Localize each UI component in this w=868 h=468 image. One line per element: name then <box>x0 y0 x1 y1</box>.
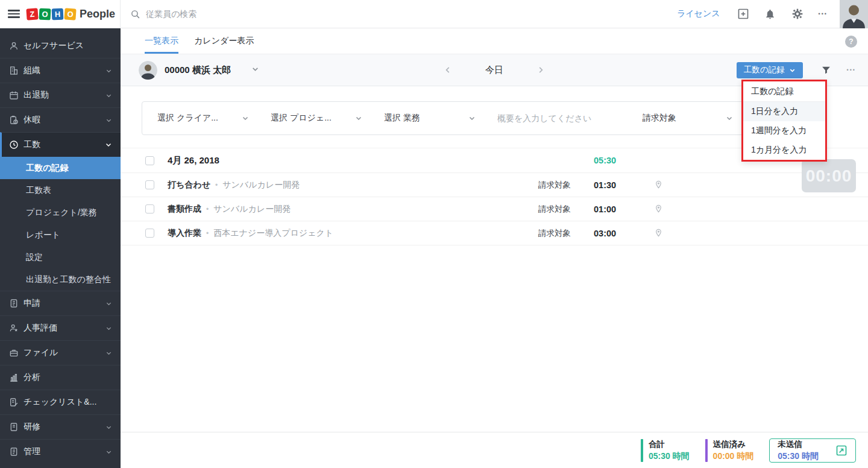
sidebar-item-leave[interactable]: 休暇 <box>0 107 121 132</box>
menu-item-enter-one-day[interactable]: 1日分を入力 <box>743 102 825 121</box>
zoho-logo: Z O H O People <box>27 8 115 21</box>
subnav-item-projects-jobs[interactable]: プロジェクト/業務 <box>0 201 121 224</box>
total-hours-stat: 合計 05:30 時間 <box>641 439 690 462</box>
location-pin-icon[interactable] <box>654 229 868 238</box>
next-day-icon[interactable] <box>536 66 545 74</box>
hamburger-menu-icon[interactable] <box>8 10 20 18</box>
license-link[interactable]: ライセンス <box>677 8 720 19</box>
unsubmitted-value: 05:30 時間 <box>778 451 819 462</box>
chevron-down-icon <box>105 324 112 332</box>
task-name[interactable]: 打ち合わせ <box>168 180 210 191</box>
subnav-item-settings[interactable]: 設定 <box>0 246 121 268</box>
task-name[interactable]: 導入作業 <box>168 228 201 239</box>
sidebar-item-self-service[interactable]: セルフサービス <box>0 33 121 58</box>
submit-timesheet-icon[interactable] <box>835 444 848 457</box>
group-date: 4月 26, 2018 <box>168 155 219 166</box>
record-dropdown-menu: 工数の記録 1日分を入力 1週間分を入力 1カ月分を入力 <box>741 80 827 162</box>
previous-day-icon[interactable] <box>444 66 452 74</box>
subnav-item-label: レポート <box>26 230 60 241</box>
chevron-down-icon <box>726 115 733 122</box>
date-navigation: 今日 <box>444 65 545 76</box>
task-name[interactable]: 書類作成 <box>168 204 201 215</box>
calendar-icon <box>8 90 19 101</box>
user-icon <box>8 40 19 51</box>
sidebar-item-analytics[interactable]: 分析 <box>0 365 121 390</box>
subnav-item-timesheets[interactable]: 工数表 <box>0 179 121 201</box>
subnav-item-label: 工数の記録 <box>26 163 68 174</box>
help-icon[interactable]: ? <box>845 36 857 48</box>
sidebar-item-requests[interactable]: 申請 <box>0 291 121 315</box>
user-avatar[interactable] <box>840 0 868 28</box>
search-input[interactable] <box>146 9 351 19</box>
settings-gear-icon[interactable] <box>791 8 804 20</box>
unsubmitted-hours-button[interactable]: 未送信 05:30 時間 <box>769 438 856 463</box>
row-checkbox[interactable] <box>145 204 154 213</box>
more-actions-icon[interactable]: ••• <box>847 67 856 73</box>
menu-item-log-time[interactable]: 工数の記録 <box>743 81 825 102</box>
product-name: People <box>80 8 115 21</box>
sidebar-item-checklist[interactable]: チェックリスト&... <box>0 390 121 414</box>
job-select-value: 選択 業務 <box>384 113 420 124</box>
sidebar-item-label: 組織 <box>24 65 100 76</box>
view-tabs: 一覧表示 カレンダー表示 ? <box>121 28 868 54</box>
group-checkbox[interactable] <box>145 156 154 165</box>
row-checkbox[interactable] <box>145 180 154 189</box>
project-name: サンバルカレー開発 <box>222 180 300 191</box>
sidebar-item-files[interactable]: ファイル <box>0 340 121 365</box>
menu-item-enter-one-month[interactable]: 1カ月分を入力 <box>743 141 825 160</box>
sidebar-item-label: セルフサービス <box>24 40 112 51</box>
context-actions: 工数の記録 ••• <box>737 62 856 78</box>
sidebar-item-performance[interactable]: 人事評価 <box>0 315 121 340</box>
sidebar-item-label: 工数 <box>24 139 100 150</box>
time-log-row[interactable]: 導入作業 • 西本エナジー導入プロジェクト 請求対象 03:00 <box>121 221 868 245</box>
timer-display[interactable]: 00:00 <box>802 159 856 192</box>
group-total-hours: 05:30 <box>594 156 654 165</box>
subnav-item-attendance-consistency[interactable]: 出退勤と工数の整合性 <box>0 268 121 291</box>
notifications-bell-icon[interactable] <box>764 8 776 20</box>
tab-calendar-view[interactable]: カレンダー表示 <box>194 28 254 54</box>
bar-chart-icon <box>8 373 19 383</box>
location-pin-icon[interactable] <box>654 204 868 213</box>
job-select[interactable]: 選択 業務 <box>384 113 476 124</box>
sidebar-item-timesheet[interactable]: 工数 <box>0 132 121 157</box>
log-time-button[interactable]: 工数の記録 <box>737 62 803 78</box>
today-label[interactable]: 今日 <box>485 65 503 76</box>
sidebar-item-label: 研修 <box>24 422 100 432</box>
chevron-down-icon <box>105 92 112 99</box>
project-select[interactable]: 選択 プロジェ... <box>271 113 362 124</box>
sidebar-item-label: 人事評価 <box>24 323 100 334</box>
sidebar-item-label: 申請 <box>24 298 100 309</box>
sidebar-item-attendance[interactable]: 出退勤 <box>0 83 121 107</box>
sidebar-item-organization[interactable]: 組織 <box>0 58 121 83</box>
client-select[interactable]: 選択 クライア... <box>157 113 249 124</box>
billable-select-value: 請求対象 <box>643 113 676 124</box>
leave-clipboard-icon <box>8 115 19 125</box>
time-log-row[interactable]: 書類作成 • サンバルカレー開発 請求対象 01:00 <box>121 197 868 221</box>
chevron-down-icon <box>105 116 112 124</box>
summary-input[interactable] <box>497 113 637 123</box>
add-widget-icon[interactable] <box>737 8 749 20</box>
chevron-down-icon <box>105 349 112 356</box>
billable-select[interactable]: 請求対象 <box>643 113 733 124</box>
sidebar-item-admin[interactable]: 管理 <box>0 439 121 464</box>
row-checkbox[interactable] <box>145 229 154 238</box>
time-log-row[interactable]: 打ち合わせ • サンバルカレー開発 請求対象 01:30 <box>121 173 868 197</box>
sidebar-item-training[interactable]: 研修 <box>0 414 121 439</box>
logo-area: Z O H O People <box>0 0 121 28</box>
subnav-item-label: 工数表 <box>26 185 51 196</box>
subnav-item-reports[interactable]: レポート <box>0 224 121 246</box>
appraisal-icon <box>8 323 19 334</box>
total-value: 05:30 時間 <box>649 451 690 462</box>
employee-selector[interactable]: 00000 横浜 太郎 <box>139 61 259 80</box>
time-log-list: 4月 26, 2018 05:30 打ち合わせ • サンバルカレー開発 請求対象… <box>121 148 868 245</box>
tab-list-view[interactable]: 一覧表示 <box>145 28 178 54</box>
subnav-item-time-logs[interactable]: 工数の記録 <box>0 157 121 179</box>
menu-item-enter-one-week[interactable]: 1週間分を入力 <box>743 121 825 141</box>
chevron-down-icon <box>105 67 112 74</box>
clock-icon <box>8 140 19 150</box>
chevron-down-icon <box>355 115 362 122</box>
filter-funnel-icon[interactable] <box>821 65 831 75</box>
chevron-down-icon <box>242 115 249 122</box>
timer-value: 00:00 <box>806 166 852 186</box>
more-options-icon[interactable]: ••• <box>819 11 828 17</box>
